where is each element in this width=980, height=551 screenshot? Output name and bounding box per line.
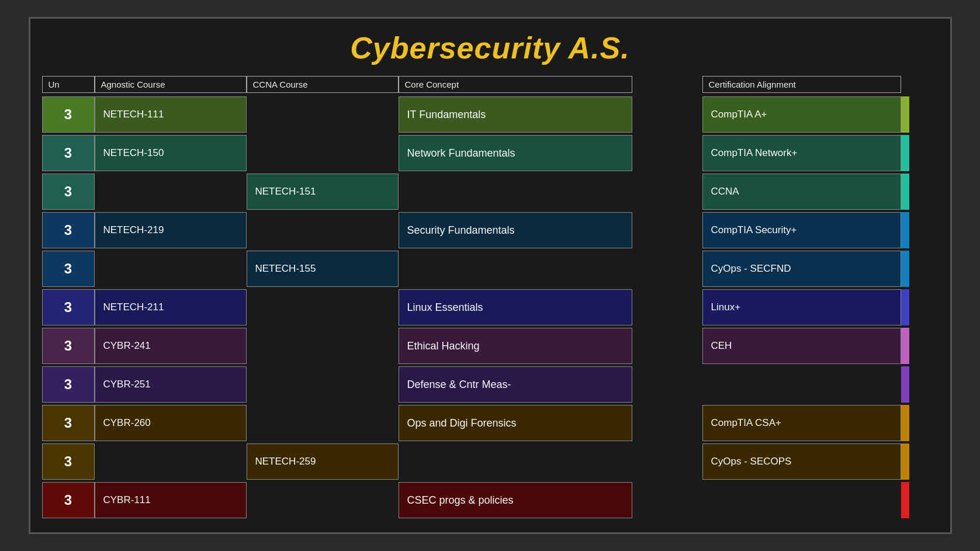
spacer-ethical: [632, 328, 702, 364]
cert-sec-fund: CompTIA Security+: [702, 212, 901, 248]
data-row-ops: 3CYBR-260Ops and Digi ForensicsCompTIA C…: [42, 405, 939, 441]
ccna-secops: NETECH-259: [247, 443, 399, 480]
spacer-defense: [632, 366, 702, 403]
unit-sec-fund: 3: [42, 212, 95, 248]
page-title: Cybersecurity A.S.: [42, 30, 939, 65]
data-row-linux: 3NETECH-211Linux EssentialsLinux+: [42, 289, 939, 325]
cert-it-fund: CompTIA A+: [702, 96, 901, 133]
accent-cyops: [901, 251, 909, 287]
data-row-ethical: 3CYBR-241Ethical HackingCEH: [42, 328, 939, 364]
unit-ccna: 3: [42, 174, 95, 210]
cert-defense: [702, 366, 901, 403]
cert-ethical: CEH: [702, 328, 901, 364]
rows-container: 3NETECH-111IT FundamentalsCompTIA A+3NET…: [42, 96, 939, 518]
main-container: Cybersecurity A.S. Un Agnostic Course CC…: [29, 17, 952, 534]
agnostic-net-fund: NETECH-150: [95, 135, 247, 171]
concept-it-fund: IT Fundamentals: [399, 96, 632, 133]
agnostic-defense: CYBR-251: [95, 366, 247, 403]
cert-ccna: CCNA: [702, 174, 901, 210]
concept-defense: Defense & Cntr Meas-: [399, 366, 632, 403]
ccna-linux: [247, 289, 399, 325]
agnostic-ccna: [95, 174, 247, 210]
accent-ccna: [901, 174, 909, 210]
agnostic-it-fund: NETECH-111: [95, 96, 247, 133]
accent-sec-fund: [901, 212, 909, 248]
agnostic-csec: CYBR-111: [95, 482, 247, 518]
ccna-ops: [247, 405, 399, 441]
accent-ethical: [901, 328, 909, 364]
header-agnostic: Agnostic Course: [95, 76, 247, 93]
spacer-ops: [632, 405, 702, 441]
unit-defense: 3: [42, 366, 95, 403]
spacer-sec-fund: [632, 212, 702, 248]
data-row-cyops: 3NETECH-155CyOps - SECFND: [42, 251, 939, 287]
unit-ops: 3: [42, 405, 95, 441]
concept-secops: [399, 443, 632, 480]
ccna-ccna: NETECH-151: [247, 174, 399, 210]
unit-ethical: 3: [42, 328, 95, 364]
accent-it-fund: [901, 96, 909, 133]
header-cert: Certification Alignment: [702, 76, 901, 93]
data-row-ccna: 3NETECH-151CCNA: [42, 174, 939, 210]
cert-linux: Linux+: [702, 289, 901, 325]
accent-linux: [901, 289, 909, 325]
header-row: Un Agnostic Course CCNA Course Core Conc…: [42, 76, 939, 93]
header-concept: Core Concept: [399, 76, 632, 93]
header-unit: Un: [42, 76, 95, 93]
agnostic-cyops: [95, 251, 247, 287]
data-row-sec-fund: 3NETECH-219Security FundamentalsCompTIA …: [42, 212, 939, 248]
concept-sec-fund: Security Fundamentals: [399, 212, 632, 248]
accent-ops: [901, 405, 909, 441]
concept-csec: CSEC progs & policies: [399, 482, 632, 518]
concept-cyops: [399, 251, 632, 287]
unit-it-fund: 3: [42, 96, 95, 133]
ccna-defense: [247, 366, 399, 403]
spacer-csec: [632, 482, 702, 518]
spacer-it-fund: [632, 96, 702, 133]
cert-ops: CompTIA CSA+: [702, 405, 901, 441]
ccna-cyops: NETECH-155: [247, 251, 399, 287]
cert-secops: CyOps - SECOPS: [702, 443, 901, 480]
data-row-defense: 3CYBR-251Defense & Cntr Meas-: [42, 366, 939, 403]
unit-cyops: 3: [42, 251, 95, 287]
data-row-it-fund: 3NETECH-111IT FundamentalsCompTIA A+: [42, 96, 939, 133]
ccna-sec-fund: [247, 212, 399, 248]
cert-csec: [702, 482, 901, 518]
agnostic-secops: [95, 443, 247, 480]
ccna-csec: [247, 482, 399, 518]
unit-secops: 3: [42, 443, 95, 480]
cert-net-fund: CompTIA Network+: [702, 135, 901, 171]
concept-ethical: Ethical Hacking: [399, 328, 632, 364]
accent-net-fund: [901, 135, 909, 171]
spacer-linux: [632, 289, 702, 325]
cert-cyops: CyOps - SECFND: [702, 251, 901, 287]
agnostic-linux: NETECH-211: [95, 289, 247, 325]
ccna-net-fund: [247, 135, 399, 171]
unit-linux: 3: [42, 289, 95, 325]
spacer-secops: [632, 443, 702, 480]
ccna-ethical: [247, 328, 399, 364]
agnostic-ethical: CYBR-241: [95, 328, 247, 364]
data-row-secops: 3NETECH-259CyOps - SECOPS: [42, 443, 939, 480]
data-row-csec: 3CYBR-111CSEC progs & policies: [42, 482, 939, 518]
concept-net-fund: Network Fundamentals: [399, 135, 632, 171]
accent-csec: [901, 482, 909, 518]
header-ccna: CCNA Course: [247, 76, 399, 93]
spacer-ccna: [632, 174, 702, 210]
ccna-it-fund: [247, 96, 399, 133]
spacer-cyops: [632, 251, 702, 287]
accent-secops: [901, 443, 909, 480]
unit-net-fund: 3: [42, 135, 95, 171]
spacer-net-fund: [632, 135, 702, 171]
agnostic-sec-fund: NETECH-219: [95, 212, 247, 248]
accent-defense: [901, 366, 909, 403]
agnostic-ops: CYBR-260: [95, 405, 247, 441]
concept-linux: Linux Essentials: [399, 289, 632, 325]
concept-ops: Ops and Digi Forensics: [399, 405, 632, 441]
data-row-net-fund: 3NETECH-150Network FundamentalsCompTIA N…: [42, 135, 939, 171]
concept-ccna: [399, 174, 632, 210]
unit-csec: 3: [42, 482, 95, 518]
